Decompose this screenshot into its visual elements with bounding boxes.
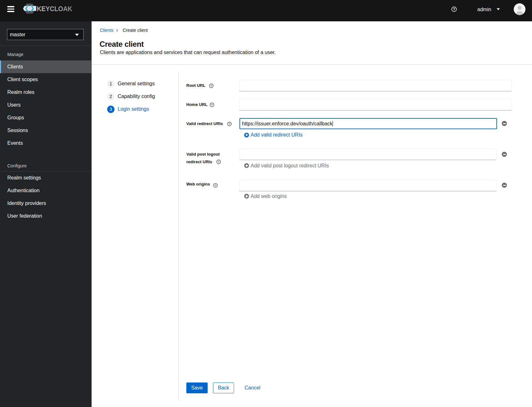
svg-text:?: ? [218,160,219,164]
svg-text:?: ? [453,7,455,11]
svg-text:?: ? [214,184,216,187]
svg-text:?: ? [228,122,230,126]
svg-text:KEYCLOAK: KEYCLOAK [37,5,72,13]
svg-text:?: ? [211,103,213,107]
svg-text:?: ? [210,84,212,88]
